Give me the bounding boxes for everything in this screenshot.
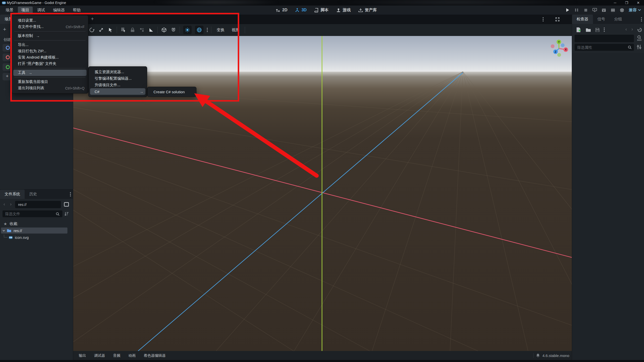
- menu-item[interactable]: 项目设置... →: [12, 17, 88, 24]
- group-node-icon[interactable]: [139, 27, 145, 33]
- scene-tabs-kebab-icon[interactable]: [543, 17, 544, 22]
- fs-path-field[interactable]: [15, 201, 61, 208]
- camera-preview-cube-icon[interactable]: [161, 27, 167, 33]
- tab-script[interactable]: 脚本: [314, 8, 329, 13]
- stop-button[interactable]: [582, 7, 589, 13]
- tab-game[interactable]: 游戏: [336, 8, 351, 13]
- menu-item[interactable]: 孤立资源浏览器... →: [89, 69, 147, 75]
- fs-forward-button[interactable]: ›: [10, 202, 12, 207]
- movie-clapper-button[interactable]: [610, 7, 616, 13]
- menu-item[interactable]: 工具 →: [13, 70, 87, 76]
- pause-button[interactable]: [573, 7, 580, 13]
- tab-history[interactable]: 历史: [25, 190, 42, 199]
- preview-sunlight-toggle[interactable]: [183, 26, 192, 34]
- menu-item[interactable]: →: [14, 67, 86, 70]
- menu-item[interactable]: 版本控制 →: [12, 33, 88, 39]
- menu-item[interactable]: 在文件中查找... Ctrl+Shift+F →: [12, 24, 88, 30]
- resource-options-kebab-icon[interactable]: [604, 27, 605, 32]
- transform-menu[interactable]: 变换: [215, 26, 226, 34]
- inspector-filter-input[interactable]: [575, 44, 634, 51]
- doc-search-button[interactable]: DOC: [636, 35, 642, 42]
- gizmo-neg-z[interactable]: [561, 43, 565, 47]
- tab-3d[interactable]: 3D: [295, 8, 306, 13]
- snap-magnet-icon[interactable]: [170, 27, 176, 33]
- submenu-arrow-icon: →: [28, 71, 32, 75]
- close-button[interactable]: ✕: [632, 0, 644, 6]
- bottom-panel-button[interactable]: 调试器: [91, 352, 109, 359]
- scale-tool-icon[interactable]: [98, 27, 104, 33]
- menu-item[interactable]: 重新加载当前项目 →: [12, 79, 88, 85]
- play-custom-scene-button[interactable]: [600, 7, 607, 13]
- inspector-dock-kebab-icon[interactable]: [641, 17, 642, 22]
- gizmo-neg-y[interactable]: [557, 53, 561, 57]
- menu-item[interactable]: →: [14, 39, 86, 42]
- rotate-tool-icon[interactable]: [89, 27, 95, 33]
- bottom-panel-button[interactable]: 着色器编辑器: [140, 352, 169, 359]
- fs-back-button[interactable]: ‹: [4, 202, 5, 207]
- menubar-item[interactable]: 场景: [2, 7, 17, 14]
- history-back-button[interactable]: ‹: [625, 27, 627, 32]
- split-view-toggle-icon[interactable]: [64, 202, 69, 207]
- tab-inspector[interactable]: 检查器: [572, 15, 593, 24]
- lock-node-icon[interactable]: [130, 27, 136, 33]
- tab-groups[interactable]: 分组: [610, 15, 627, 24]
- expander-down-icon[interactable]: [3, 230, 5, 232]
- movie-maker-button[interactable]: [619, 7, 625, 13]
- menubar-item[interactable]: 调试: [34, 7, 49, 14]
- play-button[interactable]: [564, 7, 571, 13]
- select-tool-icon[interactable]: [107, 27, 113, 33]
- 3d-viewport[interactable]: Y X Z: [73, 36, 572, 351]
- menu-item[interactable]: 项目打包为 ZIP... →: [12, 48, 88, 54]
- menubar-item[interactable]: 项目: [18, 7, 33, 14]
- notification-bell-icon[interactable]: [536, 353, 540, 357]
- play-scene-button[interactable]: [591, 7, 598, 13]
- menubar-item[interactable]: 编辑器: [50, 7, 68, 14]
- tab-filesystem[interactable]: 文件系统: [0, 190, 25, 199]
- history-forward-button[interactable]: ›: [631, 27, 633, 32]
- manage-properties-sliders-icon[interactable]: [637, 44, 641, 50]
- bottom-panel-button[interactable]: 输出: [75, 352, 90, 359]
- menu-item[interactable]: 安装 Android 构建模板... →: [12, 54, 88, 61]
- tree-row-iconsvg[interactable]: icon.svg: [1, 234, 67, 240]
- lighting-kebab-icon[interactable]: [207, 28, 208, 32]
- sort-icon[interactable]: [64, 212, 69, 216]
- 2d-icon: [276, 8, 280, 13]
- tab-2d[interactable]: 2D: [276, 8, 287, 13]
- filesystem-menu-kebab-icon[interactable]: [70, 192, 71, 197]
- add-scene-tab-button[interactable]: +: [91, 16, 94, 22]
- minimize-button[interactable]: ─: [609, 0, 621, 6]
- titlebar-blur: [332, 0, 584, 6]
- new-resource-icon[interactable]: [576, 27, 581, 33]
- fs-filter-input[interactable]: [3, 210, 62, 217]
- menu-item[interactable]: 打开 “用户数据” 文件夹 →: [12, 61, 88, 67]
- menu-item[interactable]: →: [14, 76, 86, 79]
- menu-item[interactable]: →: [14, 30, 86, 33]
- ruler-icon[interactable]: [148, 27, 154, 33]
- maximize-button[interactable]: ❐: [621, 0, 632, 6]
- engine-version[interactable]: 4.6.stable.mono: [542, 353, 569, 358]
- menu-item[interactable]: 升级项目文件... →: [89, 82, 147, 88]
- renderer-selector[interactable]: 兼容: [628, 8, 642, 13]
- godot-editor-window: MyGFrameworkGame - Godot Engine ─ ❐ ✕ 场景…: [0, 0, 644, 362]
- menubar-item[interactable]: 帮助: [69, 7, 84, 14]
- menu-item[interactable]: 退出到项目列表 Ctrl+Shift+Q →: [12, 85, 88, 91]
- menu-item[interactable]: 导出... →: [12, 42, 88, 48]
- gizmo-neg-x[interactable]: [551, 44, 554, 48]
- menu-item-create-csharp-solution[interactable]: Create C# solution: [147, 88, 196, 95]
- menu-item[interactable]: C# →: [90, 88, 145, 95]
- bottom-panel-button[interactable]: 动画: [125, 352, 139, 359]
- expand-viewport-icon[interactable]: [555, 17, 560, 22]
- load-resource-folder-icon[interactable]: [586, 28, 591, 32]
- menu-item[interactable]: 引擎编译配置编辑器... →: [89, 75, 147, 82]
- select-list-icon[interactable]: [120, 27, 126, 33]
- tab-assetlib[interactable]: 资产库: [358, 8, 377, 13]
- preview-environment-toggle[interactable]: [195, 26, 204, 34]
- tab-signals[interactable]: 信号: [593, 15, 610, 24]
- add-node-button[interactable]: +: [3, 26, 6, 33]
- bottom-panel-button[interactable]: 音频: [110, 352, 124, 359]
- save-resource-icon[interactable]: [595, 28, 600, 32]
- object-history-icon[interactable]: [637, 28, 642, 32]
- navigation-gizmo[interactable]: Y X Z: [546, 36, 572, 61]
- tree-row-res[interactable]: res://: [1, 228, 67, 234]
- view-menu[interactable]: 视图: [230, 26, 242, 34]
